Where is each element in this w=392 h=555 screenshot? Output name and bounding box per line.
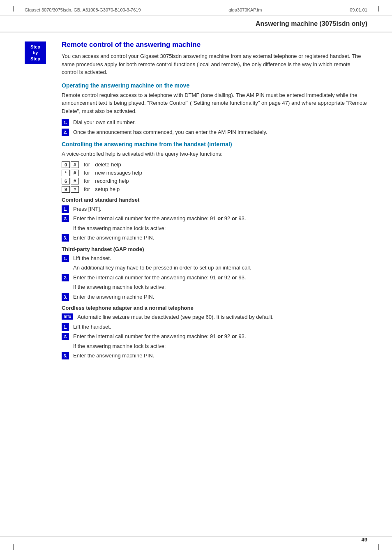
comfort-step-3: 3. Enter the answering machine PIN. bbox=[62, 234, 367, 242]
gap-step-2: 2. Enter the internal call number for th… bbox=[62, 274, 367, 282]
header-bar: Gigaset 3070/3075isdn, GB, A31008-G3070-… bbox=[0, 0, 392, 16]
cordless-step-num-3: 3. bbox=[62, 352, 69, 359]
key-row-star: * # for new messages help bbox=[62, 170, 367, 176]
sub1-step-1: 1. Dial your own call number. bbox=[62, 118, 367, 127]
gap-step-num-2: 2. bbox=[62, 274, 69, 281]
key-rows: 0 # for delete help * # for new messages… bbox=[62, 161, 367, 193]
sub1-step2-text: Once the announcement has commenced, you… bbox=[73, 128, 267, 136]
key-label-0: delete help bbox=[95, 161, 121, 168]
step-box-line3: Step bbox=[28, 56, 43, 62]
comfort-if-text: If the answering machine lock is active: bbox=[73, 224, 367, 233]
page-main-title: Remote control of the answering machine bbox=[62, 41, 367, 49]
gap-step-1: 1. Lift the handset. bbox=[62, 254, 367, 263]
key-row-0: 0 # for delete help bbox=[62, 161, 367, 168]
cordless-step-num-1: 1. bbox=[62, 323, 69, 331]
key-hash-0: # bbox=[71, 161, 79, 168]
comfort-heading: Comfort and standard handset bbox=[62, 197, 367, 203]
key-buttons-0: 0 # bbox=[62, 161, 79, 168]
key-star: * bbox=[62, 170, 70, 176]
comfort-step-num-3: 3. bbox=[62, 234, 69, 242]
comfort-step2-text: Enter the internal call number for the a… bbox=[73, 214, 246, 223]
gap-step-3: 3. Enter the answering machine PIN. bbox=[62, 293, 367, 301]
gap-step-num-3: 3. bbox=[62, 293, 69, 301]
cordless-step-3: 3. Enter the answering machine PIN. bbox=[62, 352, 367, 360]
margin-mark-top-right: | bbox=[378, 5, 380, 12]
sub2-heading: Controlling the answering machine from t… bbox=[62, 141, 367, 147]
key-for-0: for bbox=[84, 161, 90, 168]
main-content: Remote control of the answering machine … bbox=[58, 41, 367, 362]
key-label-6: recording help bbox=[95, 178, 129, 184]
key-buttons-star: * # bbox=[62, 170, 79, 176]
gap-step1-text: Lift the handset. bbox=[73, 254, 111, 263]
step-num-2: 2. bbox=[62, 129, 69, 136]
cordless-step3-text: Enter the answering machine PIN. bbox=[73, 352, 154, 360]
content-area: Step by Step Remote control of the answe… bbox=[0, 32, 392, 370]
cordless-step-num-2: 2. bbox=[62, 333, 69, 340]
key-buttons-9: 9 # bbox=[62, 186, 79, 193]
gap-step-num-1: 1. bbox=[62, 255, 69, 262]
gap-if-text: If the answering machine lock is active: bbox=[73, 283, 367, 291]
left-sidebar: Step by Step bbox=[25, 41, 58, 362]
key-hash-6: # bbox=[71, 178, 79, 184]
cordless-step-2: 2. Enter the internal call number for th… bbox=[62, 332, 367, 341]
key-hash-star: # bbox=[71, 170, 79, 176]
bottom-area: 49 bbox=[0, 536, 392, 543]
key-for-9: for bbox=[84, 186, 90, 192]
section-title: Answering machine (3075isdn only) bbox=[256, 20, 367, 27]
sub2-intro: A voice-controlled help is activated wit… bbox=[62, 150, 367, 158]
key-for-6: for bbox=[84, 178, 90, 184]
gap-step2-text: Enter the internal call number for the a… bbox=[73, 274, 246, 282]
key-6: 6 bbox=[62, 178, 70, 184]
header-left: Gigaset 3070/3075isdn, GB, A31008-G3070-… bbox=[25, 7, 141, 12]
info-row: Info Automatic line seizure must be deac… bbox=[62, 313, 367, 321]
comfort-step-num-1: 1. bbox=[62, 205, 69, 213]
key-hash-9: # bbox=[71, 186, 79, 193]
margin-mark-top-left: | bbox=[12, 5, 14, 12]
gap-additional-text: An additional key may have to be pressed… bbox=[73, 264, 367, 272]
step-box: Step by Step bbox=[25, 41, 46, 64]
info-badge: Info bbox=[62, 313, 73, 320]
intro-text: You can access and control your Gigaset … bbox=[62, 52, 367, 76]
step-box-line2: by bbox=[28, 50, 43, 55]
key-for-star: for bbox=[84, 170, 90, 176]
header-center: giga3070KAP.fm bbox=[228, 7, 262, 12]
step-box-line1: Step bbox=[28, 44, 43, 50]
key-9: 9 bbox=[62, 186, 70, 193]
sub1-step-2: 2. Once the announcement has commenced, … bbox=[62, 128, 367, 136]
section-title-bar: Answering machine (3075isdn only) bbox=[0, 16, 392, 32]
sub1-body: Remote control requires access to a tele… bbox=[62, 91, 367, 115]
gap-heading: Third-party handset (GAP mode) bbox=[62, 246, 367, 252]
cordless-info-text: Automatic line seizure must be deactivat… bbox=[77, 313, 274, 321]
sub1-heading: Operating the answering machine on the m… bbox=[62, 82, 367, 89]
cordless-heading: Cordless telephone adapter and a normal … bbox=[62, 305, 367, 311]
cordless-step2-text: Enter the internal call number for the a… bbox=[73, 332, 246, 341]
comfort-step-1: 1. Press [INT]. bbox=[62, 205, 367, 213]
comfort-step1-text: Press [INT]. bbox=[73, 205, 101, 213]
comfort-step-2: 2. Enter the internal call number for th… bbox=[62, 214, 367, 223]
comfort-step-num-2: 2. bbox=[62, 215, 69, 222]
step-num-1: 1. bbox=[62, 119, 69, 126]
margin-mark-bottom-right: | bbox=[378, 543, 380, 550]
page-number: 49 bbox=[362, 537, 367, 543]
key-label-star: new messages help bbox=[95, 170, 142, 176]
page-container: | | Gigaset 3070/3075isdn, GB, A31008-G3… bbox=[0, 0, 392, 555]
key-0: 0 bbox=[62, 161, 70, 168]
comfort-step3-text: Enter the answering machine PIN. bbox=[73, 234, 154, 242]
key-row-9: 9 # for setup help bbox=[62, 186, 367, 193]
key-row-6: 6 # for recording help bbox=[62, 178, 367, 184]
key-label-9: setup help bbox=[95, 186, 120, 192]
margin-mark-bottom-left: | bbox=[12, 543, 14, 550]
sub1-step1-text: Dial your own call number. bbox=[73, 118, 136, 127]
gap-step3-text: Enter the answering machine PIN. bbox=[73, 293, 154, 301]
header-right: 09.01.01 bbox=[350, 7, 367, 12]
cordless-if-text: If the answering machine lock is active: bbox=[73, 342, 367, 350]
key-buttons-6: 6 # bbox=[62, 178, 79, 184]
cordless-step-1: 1. Lift the handset. bbox=[62, 323, 367, 331]
cordless-step1-text: Lift the handset. bbox=[73, 323, 111, 331]
